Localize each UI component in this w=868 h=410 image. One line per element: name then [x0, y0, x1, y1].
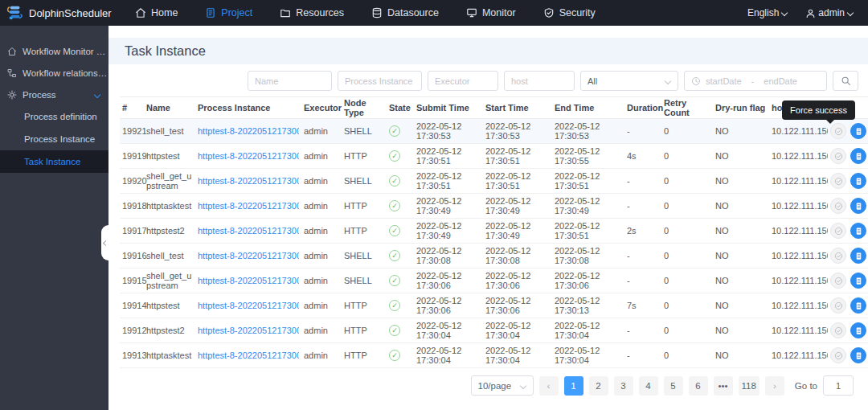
- force-success-button[interactable]: [830, 223, 846, 239]
- page-button-1[interactable]: 1: [564, 376, 583, 396]
- force-success-button[interactable]: [830, 347, 846, 363]
- view-log-button[interactable]: [850, 347, 866, 363]
- cell-state: ✓: [387, 343, 414, 368]
- process-instance-link[interactable]: httptest-8-20220512173004517: [198, 151, 299, 161]
- prev-page-button[interactable]: ‹: [539, 376, 559, 396]
- resources-icon: [280, 7, 291, 18]
- force-success-button[interactable]: [830, 273, 846, 289]
- sidebar-item-task-instance[interactable]: Task Instance: [0, 150, 108, 173]
- check-circle-icon: [834, 301, 843, 310]
- force-success-button[interactable]: [830, 322, 846, 338]
- cell-host: 10.122.111.150:123: [769, 343, 828, 368]
- success-state-icon: ✓: [389, 225, 400, 236]
- user-dropdown[interactable]: admin: [805, 7, 854, 18]
- name-filter-input[interactable]: [248, 71, 332, 91]
- cell-node-type: HTTP: [342, 144, 387, 169]
- view-log-button[interactable]: [850, 123, 866, 139]
- nav-item-project[interactable]: Project: [205, 7, 252, 18]
- view-log-button[interactable]: [850, 273, 866, 289]
- cell-operations: [828, 219, 868, 244]
- process-instance-link[interactable]: httptest-8-20220512173004517: [198, 226, 299, 236]
- nav-item-home[interactable]: Home: [135, 7, 178, 18]
- process-instance-link[interactable]: httptest-8-20220512173004517: [198, 326, 299, 335]
- sidebar-item-label: Task Instance: [24, 157, 80, 166]
- executor-filter-input[interactable]: [428, 71, 498, 91]
- force-success-button[interactable]: [830, 248, 846, 264]
- view-log-button[interactable]: [850, 173, 866, 189]
- process-instance-link[interactable]: httptest-8-20220512173004517: [198, 301, 299, 310]
- cell-retry-count: 0: [661, 194, 713, 219]
- page-button-118[interactable]: 118: [739, 376, 760, 396]
- sidebar-item-process[interactable]: Process: [0, 84, 108, 105]
- brand[interactable]: DolphinScheduler: [0, 4, 121, 22]
- page-button-5[interactable]: 5: [664, 376, 683, 396]
- sidebar-item-process-instance[interactable]: Process Instance: [0, 128, 108, 150]
- sidebar-item-process-definition[interactable]: Process definition: [0, 105, 108, 128]
- log-document-icon: [854, 127, 863, 136]
- cell-dry-run-flag: NO: [713, 144, 769, 169]
- nav-item-datasource[interactable]: Datasource: [371, 7, 439, 18]
- process-instance-link[interactable]: httptest-8-20220512173004517: [198, 201, 299, 211]
- cell-process-instance: httptest-8-20220512173004517: [195, 194, 301, 219]
- force-success-button[interactable]: [830, 123, 846, 139]
- state-filter-select[interactable]: All: [580, 71, 678, 91]
- date-range-picker[interactable]: startDate - endDate: [684, 71, 827, 91]
- view-log-button[interactable]: [850, 223, 866, 239]
- force-success-button[interactable]: [830, 148, 846, 164]
- page-size-select[interactable]: 10/page: [471, 375, 534, 396]
- process-instance-link[interactable]: httptest-8-20220512173004517: [198, 351, 299, 360]
- page-button-3[interactable]: 3: [614, 376, 633, 396]
- project-icon: [205, 7, 216, 18]
- column-header-duration: Duration: [624, 97, 661, 119]
- success-state-icon: ✓: [389, 250, 400, 261]
- page-button-2[interactable]: 2: [589, 376, 608, 396]
- view-log-button[interactable]: [850, 322, 866, 338]
- filter-bar: All startDate - endDate: [108, 64, 868, 96]
- sidebar-collapse-handle[interactable]: [101, 225, 108, 260]
- view-log-button[interactable]: [850, 148, 866, 164]
- process-instance-link[interactable]: httptest-8-20220512173004517: [198, 176, 299, 186]
- force-success-button[interactable]: [830, 297, 846, 314]
- language-dropdown[interactable]: English: [747, 7, 788, 18]
- cell-submit-time: 2022-05-12 17:30:49: [414, 219, 483, 244]
- process-instance-link[interactable]: httptest-8-20220512173004517: [198, 276, 299, 285]
- view-log-button[interactable]: [850, 297, 866, 314]
- sidebar-item-workflow-monitor-li-pr[interactable]: Workflow Monitor - li_pr...: [0, 40, 108, 62]
- force-success-button[interactable]: [830, 173, 846, 189]
- cell-retry-count: 0: [661, 119, 713, 144]
- cell-submit-time: 2022-05-12 17:30:04: [414, 343, 483, 368]
- page-ellipsis[interactable]: •••: [714, 376, 733, 396]
- cell-host: 10.122.111.150:123: [769, 293, 828, 318]
- table-row: 19918httptasktesthttptest-8-202205121730…: [120, 194, 868, 219]
- log-document-icon: [854, 252, 863, 260]
- next-page-button[interactable]: ›: [765, 376, 784, 396]
- cell-end-time: 2022-05-12 17:30:13: [552, 293, 624, 318]
- view-log-button[interactable]: [850, 198, 866, 214]
- nav-item-monitor[interactable]: Monitor: [466, 7, 516, 18]
- table-row: 19914httpstesthttptest-8-202205121730045…: [120, 293, 868, 318]
- page-button-6[interactable]: 6: [689, 376, 708, 396]
- cell-executor: admin: [301, 144, 342, 169]
- force-success-tooltip: Force success: [782, 100, 855, 120]
- sidebar-item-workflow-relationship[interactable]: Workflow relationship: [0, 62, 108, 84]
- search-button[interactable]: [833, 71, 858, 91]
- cell-submit-time: 2022-05-12 17:30:06: [414, 293, 483, 318]
- view-log-button[interactable]: [850, 248, 866, 264]
- nav-item-security[interactable]: Security: [543, 7, 596, 18]
- process-instance-filter-input[interactable]: [338, 71, 422, 91]
- goto-page-input[interactable]: [823, 375, 854, 396]
- cell-state: ✓: [387, 119, 414, 144]
- column-header-state: State: [387, 97, 414, 119]
- cell-duration: 7s: [624, 293, 661, 318]
- process-instance-link[interactable]: httptest-8-20220512173004517: [198, 126, 299, 136]
- host-filter-input[interactable]: [504, 71, 575, 91]
- cell-node-type: HTTP: [342, 343, 387, 368]
- cell-executor: admin: [301, 119, 342, 144]
- nav-item-resources[interactable]: Resources: [280, 7, 344, 18]
- cell-start-time: 2022-05-12 17:30:06: [483, 293, 552, 318]
- hierarchy-icon: [7, 68, 17, 78]
- process-instance-link[interactable]: httptest-8-20220512173004517: [198, 251, 299, 260]
- check-circle-icon: [834, 152, 843, 161]
- force-success-button[interactable]: [830, 198, 846, 214]
- page-button-4[interactable]: 4: [639, 376, 658, 396]
